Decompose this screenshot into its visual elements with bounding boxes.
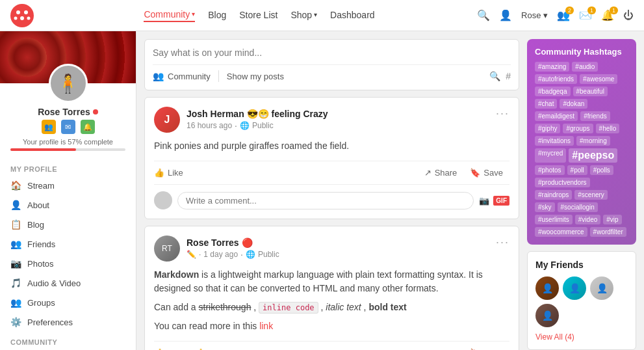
profile-notification-icon[interactable]: 🔔 xyxy=(81,120,95,134)
globe-icon: 🌐 xyxy=(240,121,250,130)
post1-like-button[interactable]: 👍 Like xyxy=(154,168,190,178)
logo[interactable] xyxy=(10,4,34,27)
post1-more-button[interactable]: ··· xyxy=(496,107,509,120)
friends-widget-title: My Friends xyxy=(535,260,628,270)
sidebar-item-about[interactable]: 👤 About xyxy=(0,195,136,215)
hashtag-autofriends[interactable]: #autofriends xyxy=(535,74,577,84)
post-tab-community[interactable]: 👥 Community xyxy=(153,71,218,81)
post1-share-button[interactable]: ↗ Share xyxy=(418,168,464,178)
nav-shop[interactable]: Shop ▾ xyxy=(290,10,317,21)
post1-avatar: J xyxy=(154,107,180,133)
hashtag-friends[interactable]: #friends xyxy=(580,111,610,121)
profile-mail-icon[interactable]: ✉ xyxy=(61,120,75,134)
hashtag-giphy[interactable]: #giphy xyxy=(535,124,560,133)
hashtag-raindrops[interactable]: #raindrops xyxy=(535,190,572,200)
user-name-button[interactable]: Rose ▾ xyxy=(521,10,548,20)
post1-meta: 16 hours ago · 🌐 Public xyxy=(187,120,328,131)
hashtag-scenery[interactable]: #scenery xyxy=(574,190,608,200)
sidebar-item-stream[interactable]: 🏠 Stream xyxy=(0,176,136,195)
post2-header: RT Rose Torres 🔴 ✏️ · 1 day ago · 🌐 xyxy=(154,236,509,262)
sidebar-item-blog[interactable]: 📋 Blog xyxy=(0,215,136,234)
blog-icon: 📋 xyxy=(10,219,21,230)
hashtag-hello[interactable]: #hello xyxy=(596,124,620,133)
post-tab-show-my-posts[interactable]: Show my posts xyxy=(219,72,292,81)
friend-2-avatar[interactable]: 👤 xyxy=(563,276,586,300)
hashtag-beautiful[interactable]: #beautiful xyxy=(573,87,608,96)
hashtag-amazing[interactable]: #amazing xyxy=(535,62,569,72)
profile-progress-bar xyxy=(10,148,125,151)
hashtag-woocommerce[interactable]: #woocommerce xyxy=(535,227,587,237)
power-icon[interactable]: ⏻ xyxy=(623,10,634,21)
nav-dashboard[interactable]: Dashboard xyxy=(330,10,375,21)
hashtag-chat[interactable]: #chat xyxy=(535,99,557,109)
nav-blog[interactable]: Blog xyxy=(208,10,226,21)
my-friends-widget: My Friends 👤 👤 👤 👤 View All (4) xyxy=(527,251,636,350)
post2-user-name: Rose Torres 🔴 xyxy=(187,237,279,248)
hashtag-userlimits[interactable]: #userlimits xyxy=(535,215,573,224)
main-content: 👥 Community Show my posts 🔍 # J Josh Her… xyxy=(136,31,527,350)
hashtag-mycred[interactable]: #mycred xyxy=(535,148,566,163)
comment-avatar xyxy=(154,191,172,209)
user-avatar-sm[interactable]: 👤 xyxy=(499,9,512,21)
hashtag-poll[interactable]: #poll xyxy=(567,165,587,175)
mail-icon[interactable]: ✉️ 1 xyxy=(579,9,592,21)
sidebar-item-photos[interactable]: 📷 Photos xyxy=(0,254,136,273)
friend-1-avatar[interactable]: 👤 xyxy=(535,276,559,300)
hashtag-audio[interactable]: #audio xyxy=(572,62,598,72)
hashtag-polls[interactable]: #polls xyxy=(590,165,613,175)
nav-community[interactable]: Community ▾ xyxy=(144,9,195,22)
tab-search-icon[interactable]: 🔍 xyxy=(489,71,500,81)
hashtag-sociallogin[interactable]: #sociallogin xyxy=(558,202,598,212)
avatar[interactable]: 🧍 xyxy=(49,64,88,103)
profile-friends-icon[interactable]: 👥 xyxy=(42,120,56,134)
sidebar-item-audio-video[interactable]: 🎵 Audio & Video xyxy=(0,273,136,293)
hashtag-badgeqa[interactable]: #badgeqa xyxy=(535,87,571,96)
post1-header: J Josh Herman 😎😁 feeling Crazy 16 hours … xyxy=(154,107,509,133)
comment-input[interactable] xyxy=(177,192,474,209)
search-icon[interactable]: 🔍 xyxy=(477,9,490,21)
post2-more-button[interactable]: ··· xyxy=(496,236,509,249)
profile-progress-fill xyxy=(10,148,76,151)
hashtag-morning[interactable]: #morning xyxy=(576,136,610,146)
gif-button[interactable]: GIF xyxy=(493,196,509,206)
shop-dropdown-icon: ▾ xyxy=(314,11,317,18)
svg-point-0 xyxy=(10,4,34,27)
nav-storelist[interactable]: Store List xyxy=(239,10,277,21)
svg-point-1 xyxy=(16,10,20,14)
hashtag-dokan[interactable]: #dokan xyxy=(560,99,587,109)
hashtag-peepso[interactable]: #peepso xyxy=(569,148,617,163)
sidebar-item-friends[interactable]: 👥 Friends xyxy=(0,234,136,254)
friend-4-avatar[interactable]: 👤 xyxy=(535,304,559,327)
hashtag-video[interactable]: #video xyxy=(575,215,600,224)
post1-user-name: Josh Herman 😎😁 feeling Crazy xyxy=(187,109,328,119)
camera-icon[interactable]: 📷 xyxy=(479,196,489,206)
hashtag-productvendors[interactable]: #productvendors xyxy=(535,178,590,187)
hashtag-photos[interactable]: #photos xyxy=(535,165,565,175)
tab-hash-icon[interactable]: # xyxy=(506,71,511,81)
post1-content: Pink ponies and purple giraffes roamed t… xyxy=(154,139,509,153)
hashtag-invitations[interactable]: #invitations xyxy=(535,136,574,146)
hashtag-wordfilter[interactable]: #wordfilter xyxy=(590,227,626,237)
hashtag-sky[interactable]: #sky xyxy=(535,202,555,212)
people-icon[interactable]: 👥 2 xyxy=(557,9,570,21)
stream-icon: 🏠 xyxy=(10,180,21,191)
sidebar-item-preferences[interactable]: ⚙️ Preferences xyxy=(0,312,136,332)
audio-video-icon: 🎵 xyxy=(10,278,21,288)
friends-icon: 👥 xyxy=(10,239,21,249)
hashtag-emaildigest[interactable]: #emaildigest xyxy=(535,111,578,121)
sidebar-item-groups[interactable]: 👥 Groups xyxy=(0,293,136,312)
header: Community ▾ Blog Store List Shop ▾ Dashb… xyxy=(0,0,644,31)
hashtag-vip[interactable]: #vip xyxy=(603,215,621,224)
post1-save-button[interactable]: 🔖 Save xyxy=(463,168,509,178)
hashtag-awesome[interactable]: #awesome xyxy=(580,74,617,84)
share-icon: ↗ xyxy=(424,168,431,178)
post-input[interactable] xyxy=(153,47,511,58)
bell-icon[interactable]: 🔔 1 xyxy=(601,9,614,21)
profile-avatar-wrap: 🧍 xyxy=(0,64,136,103)
profile-name: Rose Torres xyxy=(0,107,136,117)
read-more-link[interactable]: link xyxy=(259,321,273,331)
hashtag-groups[interactable]: #groups xyxy=(563,124,593,133)
hashtag-cloud: #amazing #audio #autofriends #awesome #b… xyxy=(535,62,628,237)
friend-3-avatar[interactable]: 👤 xyxy=(590,276,613,300)
view-all-friends[interactable]: View All (4) xyxy=(535,332,628,342)
